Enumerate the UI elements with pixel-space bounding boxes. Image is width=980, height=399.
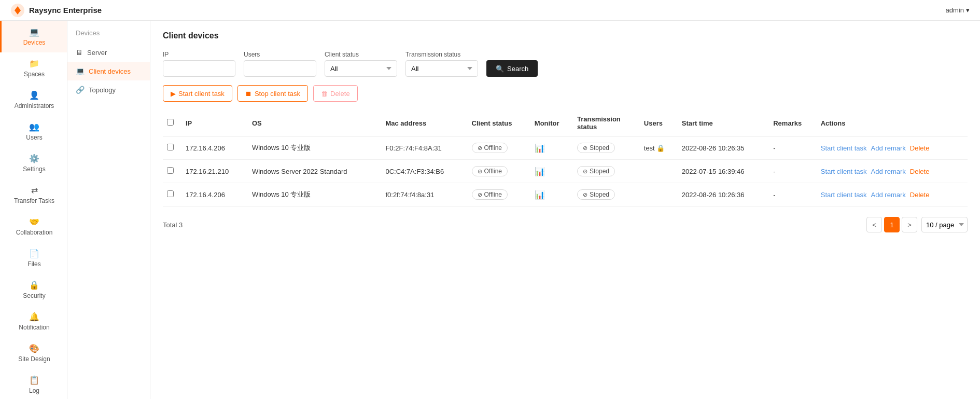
sidebar-item-security[interactable]: 🔒 Security (0, 274, 67, 306)
cell-start-time-1: 2022-07-15 16:39:46 (678, 160, 769, 183)
next-page-button[interactable]: > (902, 217, 917, 232)
delete-icon: 🗑 (321, 90, 328, 98)
transmission-status-label: Transmission status (405, 51, 478, 58)
sub-sidebar-server-label: Server (87, 49, 107, 57)
log-icon: 📋 (29, 375, 39, 385)
monitor-icon-0[interactable]: 📊 (535, 144, 545, 153)
users-input[interactable] (244, 60, 316, 77)
site-design-icon: 🎨 (29, 343, 39, 353)
page-1-button[interactable]: 1 (884, 217, 900, 232)
sidebar-item-transfer-tasks[interactable]: ⇄ Transfer Tasks (0, 179, 67, 211)
ip-input[interactable] (163, 60, 235, 77)
sidebar-item-collaboration[interactable]: 🤝 Collaboration (0, 211, 67, 242)
prev-page-button[interactable]: < (866, 217, 882, 232)
cell-mac-2: f0:2f:74:f4:8a:31 (381, 183, 467, 207)
devices-table: IP OS Mac address Client status Monitor … (163, 110, 968, 207)
devices-icon: 💻 (29, 27, 39, 37)
transmission-status-badge-1: ⊘ Stoped (577, 166, 615, 176)
sidebar-item-notification[interactable]: 🔔 Notification (0, 306, 67, 337)
brand-name: Raysync Enterprise (29, 6, 102, 15)
start-icon: ▶ (171, 90, 176, 98)
cell-actions-1: Start client task Add remark Delete (817, 160, 968, 183)
add-remark-link-1[interactable]: Add remark (871, 168, 906, 175)
delete-link-2[interactable]: Delete (910, 191, 930, 199)
monitor-icon-1[interactable]: 📊 (535, 167, 545, 176)
delete-link-0[interactable]: Delete (910, 144, 930, 152)
cell-monitor-1: 📊 (530, 160, 573, 183)
stop-client-task-button[interactable]: ⏹ Stop client task (237, 85, 308, 102)
delete-link-1[interactable]: Delete (910, 168, 930, 175)
transmission-status-badge-2: ⊘ Stoped (577, 189, 615, 200)
row-checkbox-1[interactable] (167, 167, 174, 174)
th-mac: Mac address (381, 110, 467, 136)
sub-sidebar-client-devices[interactable]: 💻 Client devices (67, 62, 150, 80)
add-remark-link-0[interactable]: Add remark (871, 144, 906, 152)
files-icon: 📄 (29, 249, 39, 258)
page-size-select[interactable]: 10 / page 20 / page 50 / page (921, 217, 968, 232)
th-users: Users (640, 110, 678, 136)
start-client-task-button[interactable]: ▶ Start client task (163, 85, 232, 102)
sidebar-item-log-label: Log (29, 387, 39, 394)
actions-cell-1: Start client task Add remark Delete (821, 168, 963, 175)
sidebar-item-notification-label: Notification (19, 324, 49, 331)
row-checkbox-2[interactable] (167, 190, 174, 197)
sidebar-item-devices[interactable]: 💻 Devices (0, 21, 67, 52)
monitor-icon-2[interactable]: 📊 (535, 190, 545, 199)
start-task-link-0[interactable]: Start client task (821, 144, 867, 152)
wifi-off-icon-2: ⊘ (478, 191, 482, 198)
transmission-status-select[interactable]: All Running Stoped (405, 60, 478, 77)
cell-remarks-2: - (769, 183, 817, 207)
client-devices-icon: 💻 (76, 67, 85, 75)
sidebar-item-transfer-tasks-label: Transfer Tasks (14, 197, 54, 204)
start-task-link-2[interactable]: Start client task (821, 191, 867, 199)
topbar: Raysync Enterprise admin ▾ (0, 0, 980, 21)
admin-chevron-icon: ▾ (966, 6, 970, 14)
delete-button[interactable]: 🗑 Delete (313, 85, 358, 102)
search-button[interactable]: 🔍 Search (486, 60, 538, 77)
client-status-filter-group: Client status All Online Offline (325, 51, 397, 77)
sidebar-item-settings-label: Settings (23, 166, 45, 173)
sidebar-item-users[interactable]: 👥 Users (0, 116, 67, 147)
cell-client-status-2: ⊘ Offline (468, 183, 530, 207)
sub-sidebar-server[interactable]: 🖥 Server (67, 43, 150, 62)
pagination-row: Total 3 < 1 > 10 / page 20 / page 50 / p… (163, 217, 968, 232)
sidebar-item-spaces-label: Spaces (24, 71, 45, 78)
cell-remarks-1: - (769, 160, 817, 183)
client-status-select[interactable]: All Online Offline (325, 60, 397, 77)
ip-filter-group: IP (163, 51, 235, 77)
sidebar-item-files[interactable]: 📄 Files (0, 242, 67, 274)
cell-client-status-1: ⊘ Offline (468, 160, 530, 183)
add-remark-link-2[interactable]: Add remark (871, 191, 906, 199)
sub-sidebar-header: Devices (67, 29, 150, 43)
th-actions: Actions (817, 110, 968, 136)
sidebar-item-settings[interactable]: ⚙️ Settings (0, 147, 67, 179)
cell-client-status-0: ⊘ Offline (468, 136, 530, 160)
client-status-badge-2: ⊘ Offline (472, 189, 508, 200)
pagination-controls: < 1 > 10 / page 20 / page 50 / page (866, 217, 968, 232)
sub-sidebar-topology[interactable]: 🔗 Topology (67, 80, 150, 99)
cell-start-time-2: 2022-08-26 10:26:36 (678, 183, 769, 207)
stop-status-icon-2: ⊘ (583, 191, 587, 198)
wifi-off-icon-0: ⊘ (478, 145, 482, 152)
cell-transmission-status-0: ⊘ Stoped (573, 136, 640, 160)
row-checkbox-0[interactable] (167, 144, 174, 150)
cell-remarks-0: - (769, 136, 817, 160)
table-row: 172.16.4.206 Windows 10 专业版 F0:2F:74:F4:… (163, 136, 968, 160)
th-checkbox (163, 110, 181, 136)
sidebar-item-administrators[interactable]: 👤 Administrators (0, 84, 67, 116)
transmission-status-filter-group: Transmission status All Running Stoped (405, 51, 478, 77)
cell-actions-2: Start client task Add remark Delete (817, 183, 968, 207)
main-layout: 💻 Devices 📁 Spaces 👤 Administrators 👥 Us… (0, 21, 980, 399)
delete-label: Delete (330, 90, 350, 98)
sidebar-item-spaces[interactable]: 📁 Spaces (0, 52, 67, 84)
select-all-checkbox[interactable] (167, 119, 174, 126)
cell-users-0: test 🔒 (640, 136, 678, 160)
sidebar-item-users-label: Users (26, 134, 42, 141)
sidebar-item-log[interactable]: 📋 Log (0, 369, 67, 399)
start-task-link-1[interactable]: Start client task (821, 168, 867, 175)
main-content: Client devices IP Users Client status Al… (150, 21, 980, 399)
sidebar-item-site-design[interactable]: 🎨 Site Design (0, 337, 67, 369)
admin-menu[interactable]: admin ▾ (946, 6, 970, 14)
pagination: < 1 > (866, 217, 917, 232)
stop-icon: ⏹ (245, 90, 252, 98)
